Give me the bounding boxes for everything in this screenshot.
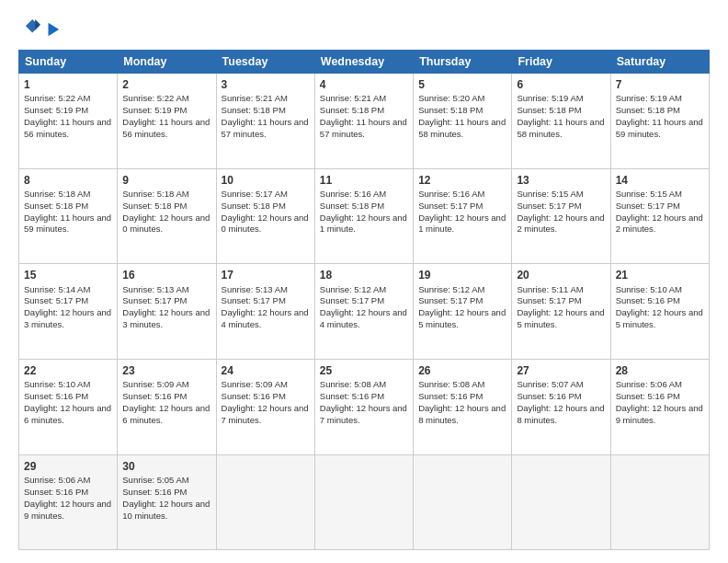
calendar-day-cell: 7Sunrise: 5:19 AMSunset: 5:18 PMDaylight…	[610, 74, 709, 169]
daylight: Daylight: 12 hours and 2 minutes.	[517, 213, 604, 235]
sunrise: Sunrise: 5:05 AM	[122, 475, 188, 485]
daylight: Daylight: 12 hours and 3 minutes.	[122, 307, 210, 329]
day-number: 24	[222, 363, 310, 378]
calendar-day-cell: 9Sunrise: 5:18 AMSunset: 5:18 PMDaylight…	[118, 168, 216, 264]
day-number: 1	[24, 77, 112, 92]
day-number: 13	[517, 173, 605, 188]
sunrise: Sunrise: 5:19 AM	[517, 93, 583, 103]
logo	[18, 17, 61, 40]
sunset: Sunset: 5:18 PM	[320, 201, 384, 211]
day-number: 26	[418, 363, 506, 378]
calendar-day-cell: 3Sunrise: 5:21 AMSunset: 5:18 PMDaylight…	[216, 74, 314, 169]
sunrise: Sunrise: 5:22 AM	[24, 93, 90, 103]
sunrise: Sunrise: 5:08 AM	[320, 379, 386, 389]
sunset: Sunset: 5:17 PM	[222, 295, 286, 305]
day-number: 8	[24, 173, 112, 188]
day-number: 18	[320, 268, 408, 282]
sunset: Sunset: 5:16 PM	[517, 391, 581, 401]
calendar-day-cell: 1Sunrise: 5:22 AMSunset: 5:19 PMDaylight…	[19, 74, 118, 169]
daylight: Daylight: 12 hours and 6 minutes.	[122, 403, 210, 425]
sunset: Sunset: 5:18 PM	[418, 105, 483, 115]
daylight: Daylight: 12 hours and 3 minutes.	[24, 307, 111, 329]
calendar-day-cell: 14Sunrise: 5:15 AMSunset: 5:17 PMDayligh…	[610, 168, 709, 264]
calendar-day-cell	[216, 454, 314, 549]
calendar-week-row: 29Sunrise: 5:06 AMSunset: 5:16 PMDayligh…	[19, 454, 710, 549]
day-number: 17	[222, 268, 310, 282]
sunset: Sunset: 5:17 PM	[24, 295, 88, 305]
calendar-day-header: Thursday	[414, 51, 512, 74]
calendar-day-header: Saturday	[610, 51, 709, 74]
calendar-day-header: Sunday	[19, 51, 118, 74]
sunrise: Sunrise: 5:13 AM	[222, 284, 288, 294]
calendar-day-cell: 2Sunrise: 5:22 AMSunset: 5:19 PMDaylight…	[118, 74, 216, 169]
calendar-day-cell: 27Sunrise: 5:07 AMSunset: 5:16 PMDayligh…	[512, 360, 610, 455]
calendar-day-cell: 17Sunrise: 5:13 AMSunset: 5:17 PMDayligh…	[216, 264, 314, 360]
svg-marker-1	[35, 19, 40, 30]
day-number: 9	[122, 173, 210, 188]
calendar-day-header: Tuesday	[216, 51, 314, 74]
day-number: 28	[616, 363, 704, 378]
logo-icon	[20, 17, 40, 37]
calendar-day-cell: 6Sunrise: 5:19 AMSunset: 5:18 PMDaylight…	[512, 74, 610, 169]
sunset: Sunset: 5:16 PM	[320, 391, 384, 401]
sunrise: Sunrise: 5:10 AM	[24, 379, 90, 389]
daylight: Daylight: 12 hours and 0 minutes.	[222, 213, 309, 235]
daylight: Daylight: 12 hours and 4 minutes.	[320, 307, 407, 329]
sunset: Sunset: 5:17 PM	[517, 201, 581, 211]
sunrise: Sunrise: 5:07 AM	[517, 379, 583, 389]
calendar-day-cell: 4Sunrise: 5:21 AMSunset: 5:18 PMDaylight…	[314, 74, 413, 169]
calendar-day-cell: 29Sunrise: 5:06 AMSunset: 5:16 PMDayligh…	[19, 454, 118, 549]
calendar-week-row: 1Sunrise: 5:22 AMSunset: 5:19 PMDaylight…	[19, 74, 710, 169]
daylight: Daylight: 11 hours and 56 minutes.	[24, 117, 111, 139]
day-number: 15	[24, 268, 112, 282]
calendar-day-header: Wednesday	[314, 51, 413, 74]
daylight: Daylight: 11 hours and 58 minutes.	[517, 117, 604, 139]
day-number: 2	[122, 77, 210, 92]
sunset: Sunset: 5:16 PM	[24, 391, 88, 401]
sunrise: Sunrise: 5:11 AM	[517, 284, 583, 294]
daylight: Daylight: 12 hours and 7 minutes.	[222, 403, 309, 425]
sunrise: Sunrise: 5:16 AM	[418, 189, 484, 199]
daylight: Daylight: 11 hours and 59 minutes.	[616, 117, 703, 139]
day-number: 27	[517, 363, 605, 378]
calendar-day-cell: 10Sunrise: 5:17 AMSunset: 5:18 PMDayligh…	[216, 168, 314, 264]
day-number: 12	[418, 173, 506, 188]
day-number: 30	[122, 459, 210, 474]
sunrise: Sunrise: 5:12 AM	[320, 284, 386, 294]
day-number: 14	[616, 173, 704, 188]
sunrise: Sunrise: 5:09 AM	[122, 379, 188, 389]
calendar-day-cell: 8Sunrise: 5:18 AMSunset: 5:18 PMDaylight…	[19, 168, 118, 264]
sunset: Sunset: 5:19 PM	[24, 105, 88, 115]
sunset: Sunset: 5:16 PM	[616, 295, 680, 305]
calendar-day-cell	[610, 454, 709, 549]
sunset: Sunset: 5:17 PM	[616, 201, 680, 211]
day-number: 29	[24, 459, 112, 474]
calendar-body: 1Sunrise: 5:22 AMSunset: 5:19 PMDaylight…	[19, 74, 710, 550]
sunset: Sunset: 5:18 PM	[517, 105, 581, 115]
calendar-week-row: 22Sunrise: 5:10 AMSunset: 5:16 PMDayligh…	[19, 360, 710, 455]
calendar-day-header: Monday	[118, 51, 216, 74]
calendar-day-cell: 18Sunrise: 5:12 AMSunset: 5:17 PMDayligh…	[314, 264, 413, 360]
sunrise: Sunrise: 5:17 AM	[222, 189, 288, 199]
daylight: Daylight: 11 hours and 57 minutes.	[320, 117, 407, 139]
sunset: Sunset: 5:17 PM	[418, 201, 483, 211]
calendar-day-header: Friday	[512, 51, 610, 74]
day-number: 3	[222, 77, 310, 92]
sunset: Sunset: 5:16 PM	[24, 487, 88, 497]
calendar-day-cell: 5Sunrise: 5:20 AMSunset: 5:18 PMDaylight…	[414, 74, 512, 169]
day-number: 20	[517, 268, 605, 282]
sunrise: Sunrise: 5:21 AM	[320, 93, 386, 103]
calendar-day-cell: 24Sunrise: 5:09 AMSunset: 5:16 PMDayligh…	[216, 360, 314, 455]
daylight: Daylight: 11 hours and 58 minutes.	[418, 117, 506, 139]
daylight: Daylight: 12 hours and 1 minute.	[320, 213, 407, 235]
daylight: Daylight: 12 hours and 6 minutes.	[24, 403, 111, 425]
sunrise: Sunrise: 5:06 AM	[616, 379, 682, 389]
calendar-header-row: SundayMondayTuesdayWednesdayThursdayFrid…	[19, 51, 710, 74]
calendar-day-cell	[414, 454, 512, 549]
calendar-day-cell: 26Sunrise: 5:08 AMSunset: 5:16 PMDayligh…	[414, 360, 512, 455]
daylight: Daylight: 12 hours and 9 minutes.	[616, 403, 703, 425]
day-number: 19	[418, 268, 506, 282]
calendar-day-cell: 30Sunrise: 5:05 AMSunset: 5:16 PMDayligh…	[118, 454, 216, 549]
daylight: Daylight: 12 hours and 5 minutes.	[517, 307, 604, 329]
calendar-day-cell: 16Sunrise: 5:13 AMSunset: 5:17 PMDayligh…	[118, 264, 216, 360]
